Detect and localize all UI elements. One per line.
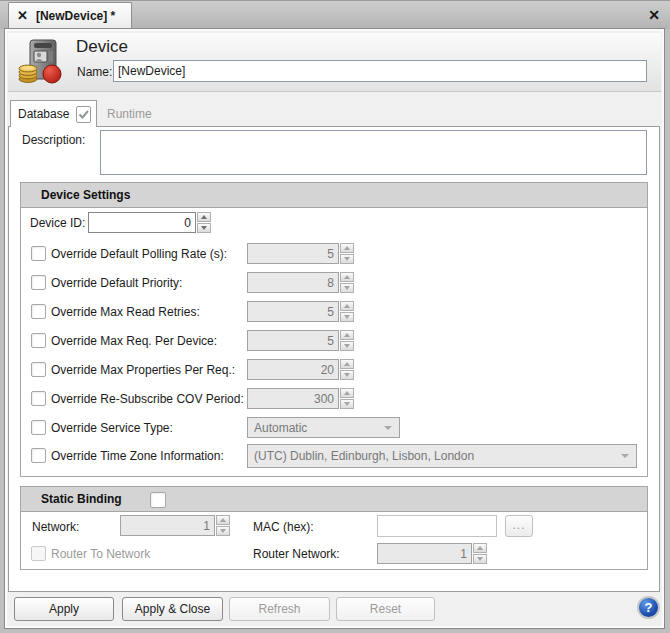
description-textarea[interactable] [100, 130, 647, 175]
tab-close-icon[interactable]: ✕ [17, 9, 28, 22]
chevron-down-icon [621, 454, 629, 458]
name-input[interactable] [113, 60, 647, 82]
spin-up-button[interactable] [340, 359, 354, 369]
service-type-value: Automatic [248, 421, 384, 435]
apply-button[interactable]: Apply [14, 597, 114, 621]
chevron-down-icon [384, 426, 392, 430]
device-id-label: Device ID: [30, 216, 85, 230]
override-time-zone-label: Override Time Zone Information: [51, 449, 224, 463]
static-binding-title: Static Binding [41, 492, 122, 506]
device-id-input[interactable] [88, 212, 196, 233]
document-tab-title: [NewDevice] * [36, 9, 115, 23]
mac-label: MAC (hex): [253, 520, 314, 534]
browse-button[interactable]: ... [505, 515, 533, 537]
device-settings-header: Device Settings [21, 183, 647, 208]
window-close-icon[interactable]: ✕ [644, 5, 664, 25]
override-req-per-device-checkbox[interactable] [31, 333, 46, 348]
checkmark-icon [76, 106, 91, 123]
spin-down-button[interactable] [216, 526, 230, 536]
override-read-retries-spinner [247, 301, 354, 322]
name-label: Name: [77, 65, 112, 79]
service-type-select[interactable]: Automatic [247, 417, 400, 438]
document-tab[interactable]: ✕ [NewDevice] * [8, 2, 132, 28]
override-service-type-checkbox[interactable] [31, 420, 46, 435]
router-network-label: Router Network: [253, 547, 340, 561]
override-req-per-device-label: Override Max Req. Per Device: [51, 334, 217, 348]
override-read-retries-input[interactable] [247, 301, 339, 322]
override-polling-rate-spinner [247, 243, 354, 264]
override-cov-period-checkbox[interactable] [31, 391, 46, 406]
override-req-per-device-spinner [247, 330, 354, 351]
mac-input[interactable] [377, 515, 497, 537]
static-binding-header: Static Binding [21, 487, 647, 512]
router-network-input[interactable] [377, 543, 472, 564]
help-button[interactable]: ? [637, 596, 660, 619]
device-id-spinner [88, 212, 211, 233]
router-to-network-checkbox[interactable] [31, 546, 46, 561]
spin-down-button[interactable] [340, 312, 354, 322]
spin-up-button[interactable] [340, 272, 354, 282]
spin-up-button[interactable] [340, 243, 354, 253]
override-read-retries-checkbox[interactable] [31, 304, 46, 319]
spin-down-button[interactable] [340, 370, 354, 380]
override-priority-spinner [247, 272, 354, 293]
override-properties-per-req-spinner [247, 359, 354, 380]
network-spinner [120, 515, 230, 536]
spin-down-button[interactable] [340, 341, 354, 351]
override-cov-period-spinner [247, 388, 354, 409]
static-binding-checkbox[interactable] [150, 492, 166, 508]
tab-database-label: Database [18, 107, 69, 121]
time-zone-select[interactable]: (UTC) Dublin, Edinburgh, Lisbon, London [247, 444, 637, 468]
page-title: Device [76, 37, 128, 57]
tab-database[interactable]: Database [10, 100, 97, 127]
override-req-per-device-input[interactable] [247, 330, 339, 351]
spin-down-button[interactable] [340, 399, 354, 409]
network-label: Network: [32, 520, 79, 534]
reset-button[interactable]: Reset [336, 597, 435, 621]
spin-up-button[interactable] [197, 212, 211, 222]
tab-runtime[interactable]: Runtime [97, 101, 167, 126]
override-priority-checkbox[interactable] [31, 275, 46, 290]
override-read-retries-label: Override Max Read Retries: [51, 305, 200, 319]
refresh-button[interactable]: Refresh [229, 597, 330, 621]
device-icon [18, 38, 64, 84]
override-properties-per-req-label: Override Max Properties Per Req.: [51, 363, 235, 377]
description-label: Description: [22, 133, 85, 147]
override-service-type-label: Override Service Type: [51, 421, 173, 435]
spin-down-button[interactable] [340, 283, 354, 293]
question-mark-icon: ? [645, 601, 653, 614]
tab-runtime-label: Runtime [107, 107, 152, 121]
apply-close-button[interactable]: Apply & Close [122, 597, 223, 621]
spin-down-button[interactable] [197, 223, 211, 233]
spin-down-button[interactable] [473, 554, 487, 564]
override-polling-rate-input[interactable] [247, 243, 339, 264]
time-zone-value: (UTC) Dublin, Edinburgh, Lisbon, London [248, 449, 621, 463]
spin-up-button[interactable] [340, 301, 354, 311]
spin-up-button[interactable] [340, 330, 354, 340]
override-properties-per-req-input[interactable] [247, 359, 339, 380]
spin-up-button[interactable] [340, 388, 354, 398]
spin-up-button[interactable] [473, 543, 487, 553]
spin-down-button[interactable] [340, 254, 354, 264]
router-network-spinner [377, 543, 487, 564]
override-priority-input[interactable] [247, 272, 339, 293]
spin-up-button[interactable] [216, 515, 230, 525]
override-cov-period-input[interactable] [247, 388, 339, 409]
network-input[interactable] [120, 515, 215, 536]
device-settings-title: Device Settings [41, 188, 130, 202]
override-cov-period-label: Override Re-Subscribe COV Period: [51, 392, 244, 406]
override-time-zone-checkbox[interactable] [31, 448, 46, 463]
router-to-network-label: Router To Network [51, 547, 150, 561]
override-polling-rate-label: Override Default Polling Rate (s): [51, 247, 227, 261]
override-properties-per-req-checkbox[interactable] [31, 362, 46, 377]
override-polling-rate-checkbox[interactable] [31, 246, 46, 261]
override-priority-label: Override Default Priority: [51, 276, 182, 290]
